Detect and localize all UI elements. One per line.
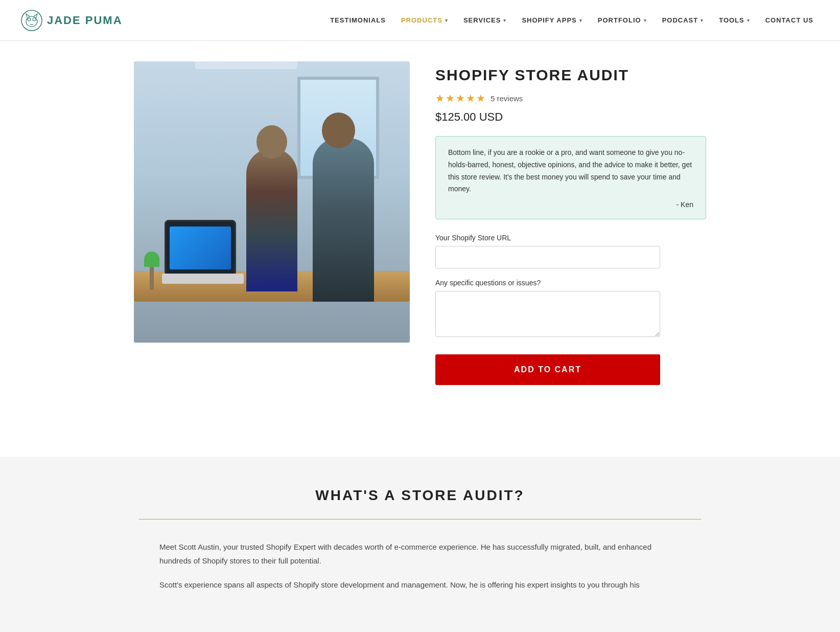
url-label: Your Shopify Store URL xyxy=(435,234,706,242)
nav-products[interactable]: PRODUCTS ▾ xyxy=(395,12,454,28)
body-paragraph-2: Scott's experience spans all aspects of … xyxy=(159,578,681,592)
scene-person2-body xyxy=(313,138,374,302)
product-price: $125.00 USD xyxy=(435,110,706,124)
star-rating[interactable]: ★ ★ ★ ★ ★ xyxy=(435,92,485,104)
star-2: ★ xyxy=(446,92,455,104)
scene-plant xyxy=(140,252,163,287)
bottom-section: WHAT'S A STORE AUDIT? Meet Scott Austin,… xyxy=(0,457,840,622)
reviews-count[interactable]: 5 reviews xyxy=(491,94,523,103)
star-4: ★ xyxy=(466,92,475,104)
scene-light xyxy=(195,61,297,69)
podcast-chevron-icon: ▾ xyxy=(701,18,704,23)
star-1: ★ xyxy=(435,92,445,104)
body-text: Meet Scott Austin, your trusted Shopify … xyxy=(139,540,701,592)
site-header: JADE PUMA TESTIMONIALS PRODUCTS ▾ SERVIC… xyxy=(0,0,840,41)
rating-row: ★ ★ ★ ★ ★ 5 reviews xyxy=(435,92,706,104)
svg-point-2 xyxy=(28,18,31,21)
body-paragraph-1: Meet Scott Austin, your trusted Shopify … xyxy=(159,540,681,568)
svg-point-0 xyxy=(21,10,42,31)
nav-portfolio[interactable]: PORTFOLIO ▾ xyxy=(592,12,653,28)
nav-tools[interactable]: TOOLS ▾ xyxy=(713,12,756,28)
scene-monitor xyxy=(165,220,236,276)
nav-podcast[interactable]: PODCAST ▾ xyxy=(656,12,710,28)
testimonial-text: Bottom line, if you are a rookie or a pr… xyxy=(448,147,693,195)
star-3: ★ xyxy=(456,92,465,104)
scene-person1-head xyxy=(256,125,287,159)
section-title: WHAT'S A STORE AUDIT? xyxy=(0,487,840,504)
questions-textarea[interactable] xyxy=(435,291,660,337)
product-image xyxy=(134,61,410,343)
logo-icon xyxy=(20,9,43,32)
logo-text: JADE PUMA xyxy=(47,14,123,27)
scene-keyboard xyxy=(162,274,244,284)
product-info: SHOPIFY STORE AUDIT ★ ★ ★ ★ ★ 5 reviews … xyxy=(435,61,706,385)
testimonial-author: - Ken xyxy=(448,200,693,209)
url-form-group: Your Shopify Store URL xyxy=(435,234,706,268)
add-to-cart-button[interactable]: ADD TO CART xyxy=(435,354,660,385)
scene-monitor-screen xyxy=(170,227,231,269)
product-scene xyxy=(134,61,410,343)
product-title: SHOPIFY STORE AUDIT xyxy=(435,66,706,84)
shopify-apps-chevron-icon: ▾ xyxy=(579,18,582,23)
nav-contact-us[interactable]: CONTACT US xyxy=(759,12,820,28)
questions-label: Any specific questions or issues? xyxy=(435,279,706,287)
portfolio-chevron-icon: ▾ xyxy=(644,18,647,23)
star-5: ★ xyxy=(476,92,485,104)
logo[interactable]: JADE PUMA xyxy=(20,9,123,32)
products-chevron-icon: ▾ xyxy=(445,18,448,23)
scene-person2-head xyxy=(322,112,355,148)
scene-person1-body xyxy=(246,148,297,291)
services-chevron-icon: ▾ xyxy=(503,18,506,23)
gold-divider xyxy=(139,519,701,520)
main-content: SHOPIFY STORE AUDIT ★ ★ ★ ★ ★ 5 reviews … xyxy=(113,41,727,457)
main-nav: TESTIMONIALS PRODUCTS ▾ SERVICES ▾ SHOPI… xyxy=(324,12,820,28)
svg-point-3 xyxy=(33,18,36,21)
testimonial-box: Bottom line, if you are a rookie or a pr… xyxy=(435,136,706,219)
product-section: SHOPIFY STORE AUDIT ★ ★ ★ ★ ★ 5 reviews … xyxy=(134,61,706,385)
questions-form-group: Any specific questions or issues? xyxy=(435,279,706,339)
nav-services[interactable]: SERVICES ▾ xyxy=(457,12,513,28)
url-input[interactable] xyxy=(435,246,660,268)
nav-shopify-apps[interactable]: SHOPIFY APPS ▾ xyxy=(516,12,588,28)
tools-chevron-icon: ▾ xyxy=(747,18,750,23)
nav-testimonials[interactable]: TESTIMONIALS xyxy=(324,12,392,28)
